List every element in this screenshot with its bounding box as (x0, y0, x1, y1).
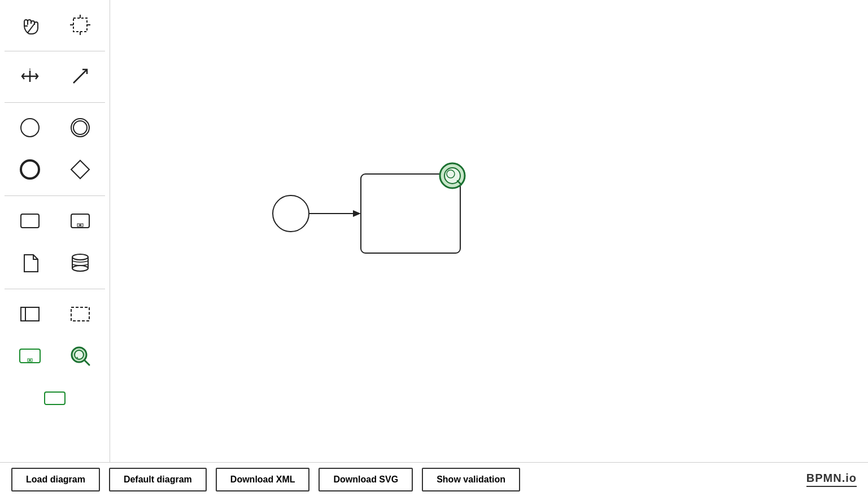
intermediate-event-tool[interactable] (61, 108, 99, 147)
arrows-hv-icon (18, 64, 42, 89)
tool-row-3 (5, 108, 105, 147)
tool-row-8 (5, 337, 105, 375)
svg-rect-15 (21, 214, 39, 228)
main-area (0, 0, 868, 462)
svg-point-20 (72, 254, 88, 260)
end-event-icon (18, 157, 42, 182)
find-icon (68, 343, 93, 368)
svg-rect-26 (71, 307, 89, 321)
intermediate-event-icon (68, 115, 93, 140)
svg-point-23 (72, 266, 88, 271)
tool-row-4 (5, 150, 105, 189)
gateway-icon (68, 157, 93, 182)
data-object-icon (18, 250, 42, 275)
show-validation-button[interactable]: Show validation (422, 468, 520, 491)
svg-rect-1 (73, 18, 87, 32)
bpmn-logo: BPMN.io (806, 472, 857, 487)
tool-row-9 (5, 378, 105, 417)
connect-diagonal-tool[interactable] (61, 57, 99, 95)
task-tool[interactable] (11, 202, 49, 240)
diagram-svg (110, 0, 868, 462)
svg-point-32 (75, 350, 84, 359)
tool-row-2 (5, 57, 105, 95)
subprocess-tool[interactable] (61, 202, 99, 240)
svg-rect-24 (21, 307, 39, 321)
load-diagram-button[interactable]: Load diagram (11, 468, 100, 491)
download-svg-button[interactable]: Download SVG (319, 468, 413, 491)
tool-row-7 (5, 295, 105, 333)
end-event-tool[interactable] (11, 150, 49, 189)
group-icon (42, 385, 67, 410)
tool-row-5 (5, 202, 105, 240)
lane-icon (68, 302, 93, 327)
lane-tool[interactable] (61, 295, 99, 333)
start-event-icon (18, 115, 42, 140)
select-icon (68, 12, 93, 37)
divider-1 (5, 51, 105, 51)
expand-subprocess-icon (18, 343, 42, 368)
gateway-tool[interactable] (61, 150, 99, 189)
tool-row-1 (5, 6, 105, 44)
pool-tool[interactable] (11, 295, 49, 333)
svg-point-12 (73, 121, 87, 134)
tool-row-6 (5, 243, 105, 282)
hand-tool[interactable] (11, 6, 49, 44)
data-store-icon (68, 250, 93, 275)
svg-point-10 (21, 119, 39, 137)
divider-4 (5, 289, 105, 289)
divider-2 (5, 102, 105, 103)
svg-marker-14 (71, 160, 89, 179)
svg-line-33 (85, 360, 89, 365)
group-tool[interactable] (36, 378, 74, 417)
arrow-diagonal-icon (68, 64, 93, 89)
svg-rect-35 (45, 392, 65, 404)
start-event-tool[interactable] (11, 108, 49, 147)
pool-icon (18, 302, 42, 327)
expand-subprocess-tool[interactable] (11, 337, 49, 375)
default-diagram-button[interactable]: Default diagram (109, 468, 207, 491)
hand-icon (18, 12, 42, 37)
task-icon (18, 208, 42, 233)
canvas[interactable] (110, 0, 868, 462)
bottom-bar: Load diagram Default diagram Download XM… (0, 462, 868, 496)
find-tool[interactable] (61, 337, 99, 375)
select-tool[interactable] (61, 6, 99, 44)
data-store-tool[interactable] (61, 243, 99, 282)
svg-marker-38 (353, 210, 361, 217)
divider-3 (5, 195, 105, 196)
svg-point-36 (273, 195, 309, 232)
svg-point-13 (21, 160, 39, 179)
svg-line-9 (73, 69, 87, 83)
toolbar (0, 0, 110, 462)
connect-hv-tool[interactable] (11, 57, 49, 95)
download-xml-button[interactable]: Download XML (216, 468, 310, 491)
data-object-tool[interactable] (11, 243, 49, 282)
subprocess-icon (68, 208, 93, 233)
